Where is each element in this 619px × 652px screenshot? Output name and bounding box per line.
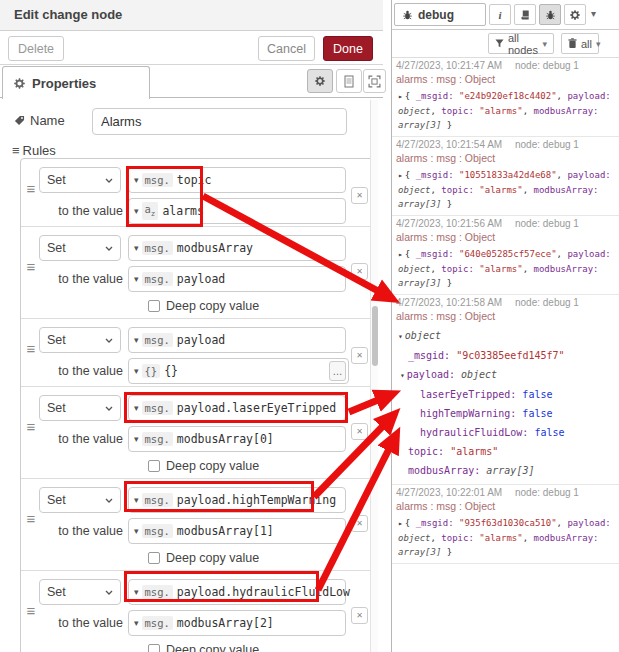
debug-message[interactable]: 4/27/2023, 10:21:56 AM node: debug 1 ala… (392, 216, 619, 295)
message-payload[interactable]: ▾object_msgid: "9c03385eefd145f7"▾payloa… (396, 326, 617, 480)
message-payload[interactable]: ▸{ _msgid: "e24b920ef18c4402", payload:o… (396, 89, 617, 132)
deep-copy-row: Deep copy value (148, 550, 259, 565)
rule-value-input[interactable]: ▾ msg. payload (128, 266, 346, 292)
done-button[interactable]: Done (323, 36, 373, 61)
typed-input-chevron-icon[interactable]: ▾ (134, 495, 139, 505)
message-payload[interactable]: ▸{ _msgid: "640e05285cf57ece", payload:o… (396, 247, 617, 290)
settings-button[interactable] (564, 4, 586, 25)
trash-icon (568, 38, 577, 49)
to-the-value-label: to the value (21, 358, 123, 384)
sidebar-menu-chevron[interactable]: ▾ (591, 8, 596, 19)
delete-rule-button[interactable]: ✕ (351, 607, 368, 624)
debug-message[interactable]: 4/27/2023, 10:21:58 AM node: debug 1 ala… (392, 295, 619, 485)
properties-view-button[interactable] (307, 69, 333, 93)
rule-action-select[interactable]: Set (39, 167, 121, 193)
caret-icon[interactable]: ▸ (398, 519, 403, 528)
debug-message[interactable]: 4/27/2023, 10:21:47 AM node: debug 1 ala… (392, 58, 619, 137)
tab-properties[interactable]: Properties (2, 66, 150, 99)
expand-editor-button[interactable]: … (329, 361, 346, 381)
deep-copy-checkbox[interactable] (148, 552, 160, 564)
rule-value-input[interactable]: ▾ az alarms (128, 198, 346, 224)
dialog-title: Edit change node (0, 0, 383, 31)
message-payload[interactable]: ▸{ _msgid: "10551833a42d4e68", payload:o… (396, 168, 617, 211)
deep-copy-checkbox[interactable] (148, 460, 160, 472)
message-meta: alarms : msg : Object (396, 231, 617, 243)
description-button[interactable] (336, 69, 362, 93)
rule-property-input[interactable]: ▾ msg. payload.laserEyeTripped (128, 395, 346, 421)
debug-sidebar: debug i ▾ all nodes ▾ all ▾ 4/27/2023, 1… (391, 0, 619, 652)
deep-copy-checkbox[interactable] (148, 300, 160, 312)
debug-message[interactable]: 4/27/2023, 10:21:54 AM node: debug 1 ala… (392, 137, 619, 216)
rule-value-input[interactable]: ▾ msg. modbusArray[0] (128, 426, 346, 452)
typed-input-chevron-icon[interactable]: ▾ (134, 274, 139, 284)
message-timestamp: 4/27/2023, 10:22:01 AM (396, 487, 502, 498)
caret-icon[interactable]: ▾ (398, 332, 403, 341)
cancel-button[interactable]: Cancel (258, 36, 315, 61)
help-button[interactable] (514, 4, 536, 25)
typed-input-chevron-icon[interactable]: ▾ (134, 366, 139, 376)
debug-message-list: 4/27/2023, 10:21:47 AM node: debug 1 ala… (392, 58, 619, 652)
rule-action-select[interactable]: Set (39, 327, 121, 353)
rule-property-input[interactable]: ▾ msg. topic (128, 167, 346, 193)
caret-icon[interactable]: ▸ (398, 250, 403, 259)
delete-button[interactable]: Delete (8, 36, 64, 61)
debug-messages-button[interactable] (539, 4, 561, 25)
info-button[interactable]: i (489, 4, 511, 25)
delete-rule-button[interactable]: ✕ (351, 187, 368, 204)
caret-icon[interactable]: ▸ (398, 171, 403, 180)
name-input[interactable] (92, 108, 347, 135)
typed-input-chevron-icon[interactable]: ▾ (134, 434, 139, 444)
rule-property-input[interactable]: ▾ msg. payload.highTempWarning (128, 487, 346, 513)
typed-input-chevron-icon[interactable]: ▾ (134, 335, 139, 345)
rule-action-select[interactable]: Set (39, 395, 121, 421)
typed-input-chevron-icon[interactable]: ▾ (134, 587, 139, 597)
deep-copy-checkbox[interactable] (148, 644, 160, 652)
drag-handle-icon[interactable]: ≡ (23, 180, 39, 197)
rule-action-select[interactable]: Set (39, 579, 121, 605)
expand-dialog-button[interactable] (363, 69, 386, 93)
typed-input-chevron-icon[interactable]: ▾ (134, 206, 139, 216)
gear-icon (314, 75, 326, 87)
message-node: node: debug 1 (515, 487, 579, 498)
bug-icon (545, 9, 556, 21)
clear-messages-button[interactable]: all ▾ (561, 33, 599, 54)
caret-icon[interactable]: ▸ (398, 92, 403, 101)
delete-rule-button[interactable]: ✕ (351, 515, 368, 532)
scrollbar-thumb[interactable] (372, 306, 378, 366)
rule-property-input[interactable]: ▾ msg. payload.hydraulicFluidLow (128, 579, 346, 605)
properties-form: Name ≡Rules ≡ Set ▾ msg. topic to the va… (0, 99, 383, 652)
typed-input-chevron-icon[interactable]: ▾ (134, 403, 139, 413)
delete-rule-button[interactable]: ✕ (351, 423, 368, 440)
rule-property-input[interactable]: ▾ msg. modbusArray (128, 235, 346, 261)
rule-property-input[interactable]: ▾ msg. payload (128, 327, 346, 353)
bug-icon (402, 9, 413, 21)
typed-input-chevron-icon[interactable]: ▾ (134, 243, 139, 253)
rule-action-select[interactable]: Set (39, 487, 121, 513)
rule-action-select[interactable]: Set (39, 235, 121, 261)
drag-handle-icon[interactable]: ≡ (23, 340, 39, 357)
dialog-scrollbar[interactable] (370, 100, 378, 652)
debug-message[interactable]: 4/27/2023, 10:22:01 AM node: debug 1 ala… (392, 485, 619, 564)
msg-type-chip: msg. (142, 585, 173, 599)
typed-input-chevron-icon[interactable]: ▾ (134, 175, 139, 185)
to-the-value-label: to the value (21, 518, 123, 544)
typed-input-chevron-icon[interactable]: ▾ (134, 526, 139, 536)
delete-rule-button[interactable]: ✕ (351, 263, 368, 280)
rule-value-value: modbusArray[2] (177, 616, 274, 630)
rule-value-input[interactable]: ▾ msg. modbusArray[2] (128, 610, 346, 636)
message-payload[interactable]: ▸{ _msgid: "935f63d1030ca510", payload:o… (396, 516, 617, 559)
delete-rule-button[interactable]: ✕ (351, 347, 368, 364)
rule-action-label: Set (47, 493, 66, 507)
tab-properties-label: Properties (32, 76, 96, 91)
tag-icon (14, 115, 25, 126)
rule-value-input[interactable]: ▾ {} {} … (128, 358, 349, 384)
typed-input-chevron-icon[interactable]: ▾ (134, 618, 139, 628)
caret-icon[interactable]: ▾ (400, 371, 405, 380)
message-timestamp: 4/27/2023, 10:21:58 AM (396, 297, 502, 308)
rule-property-value: payload.hydraulicFluidLow (177, 585, 350, 599)
rule-value-input[interactable]: ▾ msg. modbusArray[1] (128, 518, 346, 544)
debug-filter-bar: all nodes ▾ all ▾ (392, 30, 619, 58)
rule-value-value: modbusArray[1] (177, 524, 274, 538)
tab-debug[interactable]: debug (394, 3, 486, 26)
filter-nodes-button[interactable]: all nodes ▾ (488, 33, 554, 54)
